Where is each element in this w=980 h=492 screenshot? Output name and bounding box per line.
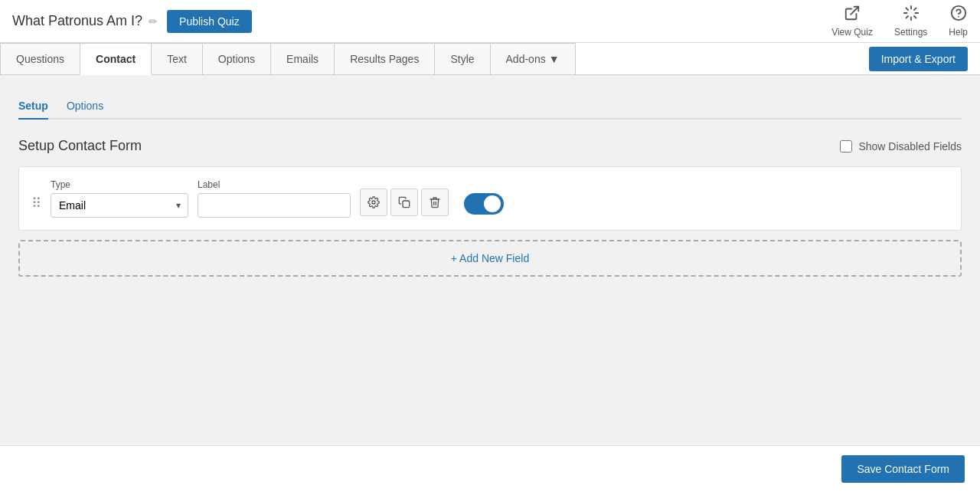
type-select[interactable]: Email Text Name Phone Number Date Dropdo…	[51, 193, 188, 218]
edit-icon[interactable]: ✏	[149, 15, 158, 28]
show-disabled-fields: Show Disabled Fields	[840, 140, 962, 153]
nav-tabs: Questions Contact Text Options Emails Re…	[0, 43, 980, 75]
tab-options[interactable]: Options	[202, 43, 271, 74]
add-new-field-button[interactable]: + Add New Field	[18, 240, 962, 277]
view-quiz-label: View Quiz	[831, 27, 873, 38]
view-quiz-icon	[844, 5, 861, 25]
gear-icon	[368, 196, 380, 208]
tab-results-pages[interactable]: Results Pages	[334, 43, 435, 74]
header-right: View Quiz Settings Help	[831, 5, 968, 38]
field-toggle[interactable]	[464, 193, 504, 215]
svg-point-11	[372, 201, 375, 204]
label-label: Label	[198, 179, 351, 190]
type-select-wrapper: Email Text Name Phone Number Date Dropdo…	[51, 193, 188, 218]
svg-rect-12	[403, 201, 410, 208]
svg-line-8	[914, 8, 916, 11]
header: What Patronus Am I? ✏ Publish Quiz View …	[0, 0, 980, 43]
tab-contact[interactable]: Contact	[80, 43, 152, 75]
toggle-wrapper	[464, 193, 504, 218]
settings-action[interactable]: Settings	[894, 5, 927, 38]
drag-handle-icon[interactable]: ⠿	[31, 195, 41, 218]
copy-field-button[interactable]	[390, 189, 418, 216]
footer: Save Contact Form	[0, 445, 980, 492]
label-input[interactable]	[198, 193, 351, 218]
help-label: Help	[949, 27, 968, 38]
settings-label: Settings	[894, 27, 927, 38]
sub-tab-setup[interactable]: Setup	[18, 93, 48, 120]
save-contact-form-button[interactable]: Save Contact Form	[841, 455, 965, 483]
main-content: Setup Options Setup Contact Form Show Di…	[0, 75, 980, 458]
copy-icon	[398, 196, 410, 208]
show-disabled-checkbox[interactable]	[840, 140, 852, 153]
help-icon	[950, 5, 967, 25]
field-actions	[360, 189, 449, 218]
add-ons-chevron: ▼	[549, 53, 560, 65]
tabs-list: Questions Contact Text Options Emails Re…	[0, 43, 575, 74]
settings-icon	[903, 5, 920, 25]
settings-field-button[interactable]	[360, 189, 387, 216]
field-row: ⠿ Type Email Text Name Phone Number Date…	[31, 179, 949, 218]
type-group: Type Email Text Name Phone Number Date D…	[51, 179, 188, 218]
svg-line-3	[906, 8, 908, 11]
setup-title: Setup Contact Form	[18, 138, 142, 154]
svg-line-4	[914, 16, 916, 18]
toggle-slider	[464, 193, 504, 215]
trash-icon	[429, 196, 441, 208]
svg-line-7	[906, 16, 908, 18]
help-action[interactable]: Help	[949, 5, 968, 38]
quiz-title: What Patronus Am I? ✏	[12, 13, 158, 29]
tab-questions[interactable]: Questions	[0, 43, 80, 74]
show-disabled-label: Show Disabled Fields	[858, 140, 962, 153]
sub-tab-options[interactable]: Options	[67, 93, 103, 120]
tab-emails[interactable]: Emails	[270, 43, 335, 74]
type-label: Type	[51, 179, 188, 190]
field-container: ⠿ Type Email Text Name Phone Number Date…	[18, 166, 962, 231]
tab-text[interactable]: Text	[151, 43, 203, 74]
sub-tabs: Setup Options	[18, 93, 962, 120]
publish-button[interactable]: Publish Quiz	[167, 10, 252, 33]
svg-line-0	[851, 7, 858, 15]
tab-style[interactable]: Style	[434, 43, 490, 74]
view-quiz-action[interactable]: View Quiz	[831, 5, 873, 38]
tab-add-ons[interactable]: Add-ons ▼	[490, 43, 576, 74]
import-export-button[interactable]: Import & Export	[869, 47, 968, 71]
quiz-title-text: What Patronus Am I?	[12, 13, 142, 29]
header-left: What Patronus Am I? ✏ Publish Quiz	[12, 10, 252, 33]
label-group: Label	[198, 179, 351, 218]
delete-field-button[interactable]	[421, 189, 449, 216]
setup-header: Setup Contact Form Show Disabled Fields	[18, 138, 962, 154]
